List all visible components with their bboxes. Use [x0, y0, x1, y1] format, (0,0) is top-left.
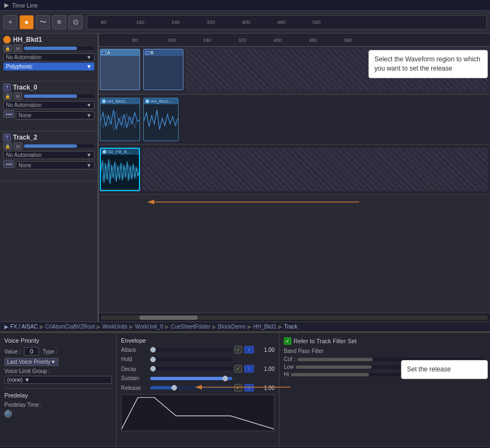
- wave-btn[interactable]: 〜: [36, 15, 50, 29]
- breadcrumb-workunits[interactable]: WorkUnits: [103, 324, 128, 330]
- track0-ctrl-1[interactable]: 🔒: [3, 92, 12, 100]
- track-automation-2[interactable]: No Automation ▼: [3, 101, 94, 109]
- voice-limit-group-value: (none): [7, 377, 23, 383]
- track2-ctrl-2[interactable]: M: [14, 142, 22, 150]
- breadcrumb-fx: ▶: [4, 324, 9, 330]
- attack-label: Attack: [121, 347, 148, 353]
- envelope-title: Envelope: [121, 337, 275, 344]
- release-slider[interactable]: [150, 386, 232, 389]
- track-t-icon-2: T: [3, 134, 11, 141]
- decay-value: 1.00: [256, 366, 275, 372]
- track-none-0[interactable]: None ▼: [16, 111, 94, 119]
- breadcrumb: ▶ FX / AISAC ▶ CriAtomCraftV2Root ▶ Work…: [0, 321, 490, 332]
- track-dropdown-polyphonic[interactable]: Polyphonic ▼: [3, 62, 94, 71]
- track-item-track0: T Track_0 🔒 M No Automation ▼ None ▼: [0, 81, 98, 131]
- voice-type-arrow: ▼: [50, 359, 56, 365]
- add-button[interactable]: +: [3, 15, 17, 29]
- decay-label: Decay: [121, 366, 148, 372]
- voice-type-select[interactable]: Last Voice Priority ▼: [4, 358, 59, 366]
- voice-priority-section: Voice Priority Value : 0 Type : Last Voi…: [0, 333, 117, 446]
- voice-limit-group-label: Voice Limit Group :: [4, 368, 112, 374]
- track-item-hh-bkd1: HH_Bkd1 🔒 M No Automation ▼ Polyphonic ▼: [0, 34, 98, 81]
- priority-value[interactable]: 0: [24, 347, 39, 356]
- predelay-section: Predelay Predelay Time :: [4, 388, 112, 418]
- attack-checkbox[interactable]: ✓: [234, 346, 242, 354]
- scrollbar-thumb[interactable]: [139, 316, 198, 320]
- track-automation-3[interactable]: No Automation ▼: [3, 151, 94, 159]
- attack-icon-btn[interactable]: i: [244, 346, 254, 354]
- waveform-callout-text: Select the Waveform region to which you …: [374, 55, 480, 72]
- track-none-2[interactable]: None ▼: [16, 161, 94, 169]
- release-value: 1.00: [256, 385, 275, 391]
- ruler-mark-80: 80: [132, 37, 138, 43]
- track-name-track0: Track_0: [13, 84, 37, 91]
- none-arrow-2: ▼: [86, 162, 92, 168]
- dropdown-label-poly: Polyphonic: [6, 64, 33, 70]
- automation-label-1: No Automation: [6, 54, 42, 60]
- horizontal-scrollbar[interactable]: [99, 313, 490, 321]
- waveform-svg-2: [144, 104, 178, 138]
- breadcrumb-track[interactable]: Track: [284, 324, 298, 330]
- block-b-label: B: [150, 50, 154, 55]
- title-text: Time Line: [12, 2, 38, 9]
- breadcrumb-hhbkd1[interactable]: HH_Bkd1: [253, 324, 277, 330]
- refer-checkbox-input[interactable]: ✓: [284, 337, 291, 345]
- track2-volume[interactable]: [24, 144, 94, 148]
- predelay-title: Predelay: [4, 392, 112, 399]
- decay-icon-btn[interactable]: i: [244, 365, 254, 373]
- type-label: Type :: [42, 349, 57, 355]
- region-a[interactable]: A: [100, 49, 140, 90]
- release-icon-btn[interactable]: i: [244, 384, 254, 392]
- decay-checkbox[interactable]: ✓: [234, 365, 242, 373]
- envelope-graph: [121, 394, 275, 431]
- value-label: Value :: [4, 349, 21, 355]
- sustain-slider[interactable]: [150, 377, 232, 380]
- attack-slider[interactable]: [150, 348, 232, 351]
- region-hh-bkd1-2[interactable]: HH_Bkd1...: [143, 98, 179, 141]
- list-btn[interactable]: ≡: [52, 15, 66, 29]
- release-checkbox[interactable]: ✓: [234, 384, 242, 392]
- tab-bar: Cue FX1 FX2 AISAC Selector/Random Action…: [0, 446, 490, 448]
- release-callout: Set the release: [401, 360, 488, 379]
- breadcrumb-cuesheetfolder[interactable]: CueSheetFolder: [171, 324, 211, 330]
- ruler-mark-240: 240: [203, 37, 211, 43]
- region-hh-bkd1-1[interactable]: HH_Bkd1...: [100, 98, 140, 141]
- breadcrumb-blockdemo[interactable]: BlockDemo: [218, 324, 246, 330]
- breadcrumb-workunit0[interactable]: WorkUnit_0: [135, 324, 163, 330]
- track-ctrl-1[interactable]: 🔒: [3, 45, 12, 52]
- ruler-160: 160: [136, 20, 144, 25]
- breadcrumb-root[interactable]: CriAtomCraftV2Root: [46, 324, 95, 330]
- breadcrumb-fx-label[interactable]: FX / AISAC: [10, 324, 38, 330]
- release-label: Release: [121, 385, 148, 391]
- ruler-80: 80: [101, 20, 106, 25]
- track0-ctrl-2[interactable]: M: [14, 92, 22, 100]
- three-dots-btn-0[interactable]: [3, 110, 14, 118]
- sustain-label: Sustain: [121, 375, 148, 381]
- filter-section: ✓ Refer to Track Filter Set Band Pass Fi…: [279, 333, 490, 446]
- predelay-knob[interactable]: [4, 410, 12, 418]
- track2-ctrl-1[interactable]: 🔒: [3, 142, 12, 150]
- top-toolbar: + ● 〜 ≡ ⊙ 80 160 240 320 400 480 560: [0, 11, 490, 34]
- release-callout-text: Set the release: [407, 365, 451, 373]
- orange-btn[interactable]: ●: [20, 15, 34, 29]
- timeline-area[interactable]: 80 160 240 320 400 480 560 A: [99, 34, 490, 321]
- voice-type-label: Last Voice Priority: [7, 359, 50, 365]
- track0-volume[interactable]: [24, 94, 94, 98]
- ruler-mark-560: 560: [344, 37, 352, 43]
- voice-priority-title: Voice Priority: [4, 337, 112, 344]
- track-automation-1[interactable]: No Automation ▼: [3, 53, 94, 61]
- timeline-ruler: 80 160 240 320 400 480 560: [87, 15, 487, 29]
- voice-limit-group-select[interactable]: (none) ▼: [4, 376, 112, 384]
- hold-slider[interactable]: [150, 358, 232, 361]
- sd-fill-waveform: [101, 155, 139, 188]
- region-sd-fill-selected[interactable]: SD_Fill_B...: [100, 148, 140, 191]
- track-ctrl-2[interactable]: M: [14, 45, 22, 52]
- automation-arrow-3: ▼: [86, 152, 92, 158]
- region-b[interactable]: B: [143, 49, 183, 90]
- envelope-attack-row: Attack ✓ i 1.00: [121, 346, 275, 354]
- clock-btn[interactable]: ⊙: [68, 15, 82, 29]
- title-bar: ▶ Time Line: [0, 0, 490, 11]
- track-volume-1[interactable]: [24, 47, 94, 50]
- three-dots-btn-2[interactable]: [3, 160, 14, 168]
- decay-slider[interactable]: [150, 367, 232, 370]
